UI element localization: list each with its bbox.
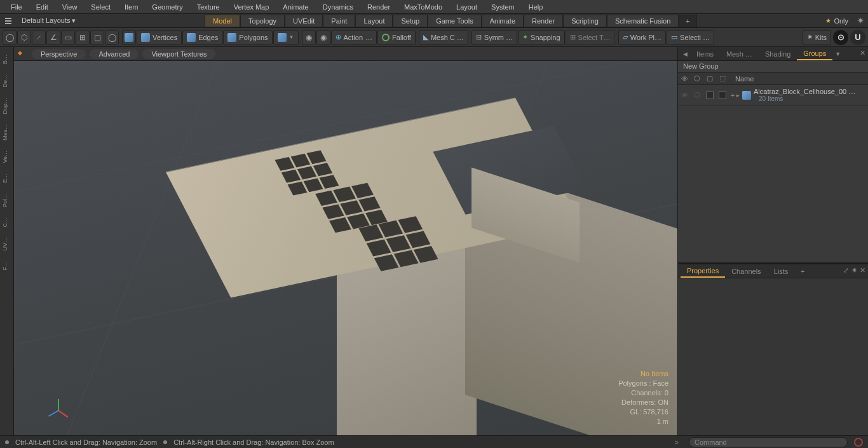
gear-icon-2[interactable]: ✷ [851,266,857,275]
tab-animate[interactable]: Animate [482,15,524,27]
select-through-button[interactable]: ⊞Select T… [566,31,615,44]
menu-vertexmap[interactable]: Vertex Map [227,1,276,13]
side-tab-6[interactable]: Pol… [0,188,13,212]
action-button[interactable]: ⊕Action… [331,31,377,44]
record-button[interactable] [854,438,863,447]
menu-select[interactable]: Select [84,1,118,13]
command-input[interactable]: Command [689,437,848,447]
menu-view[interactable]: View [55,1,85,13]
tool-sphere[interactable]: ◉ [302,31,316,44]
vp-tab-perspective[interactable]: Perspective [32,49,86,59]
expand-icon-2[interactable]: ⤢ [843,266,849,275]
side-tab-2[interactable]: Dup… [0,93,13,119]
tool-grid[interactable]: ⊞ [76,31,90,44]
props-tab-add[interactable]: + [794,266,811,277]
add-tab-button[interactable]: + [679,15,696,27]
side-tab-5[interactable]: E… [0,168,13,188]
rp-tab-groups[interactable]: Groups [797,48,832,60]
symmetry-button[interactable]: ⊟Symm … [471,31,517,44]
workplane-button[interactable]: ▱Work Pl… [618,31,666,44]
side-tab-9[interactable]: F… [0,256,13,276]
side-tab-0[interactable]: B… [0,50,13,69]
tool-angle[interactable]: ∠ [46,31,60,44]
side-tab-8[interactable]: UV… [0,232,13,256]
vertices-button[interactable]: Vertices [137,31,182,44]
item-eye-icon[interactable]: 👁 [678,92,691,99]
viewport-handle-icon[interactable]: ◆ [18,50,22,56]
kits-button[interactable]: ✷Kits [803,31,831,44]
axis-gizmo[interactable] [46,397,71,423]
tab-paint[interactable]: Paint [323,15,355,27]
solo-icon[interactable]: ⬚ [716,74,729,83]
props-tab-channels[interactable]: Channels [725,266,767,277]
chevron-down-icon[interactable]: ▼ [832,51,843,57]
tool-hex[interactable]: ⬡ [17,31,31,44]
tool-lasso[interactable]: ⟋ [32,31,46,44]
tool-circle-1[interactable]: ◯ [3,31,17,44]
tool-sphere-2[interactable]: ◉ [316,31,330,44]
snapping-button[interactable]: ✦Snapping [518,31,565,44]
menu-help[interactable]: Help [522,1,550,13]
expand-plus-icon[interactable]: + [729,92,736,99]
tab-uvedit[interactable]: UVEdit [285,15,323,27]
tab-schematic[interactable]: Schematic Fusion [607,15,679,27]
rp-tab-mesh[interactable]: Mesh … [720,48,759,60]
menu-texture[interactable]: Texture [190,1,227,13]
tool-rect[interactable]: ▭ [61,31,75,44]
gear-icon[interactable]: ✷ [857,16,864,25]
menu-render[interactable]: Render [360,1,397,13]
vp-tab-textures[interactable]: Viewport Textures [142,49,215,59]
props-tab-lists[interactable]: Lists [768,266,795,277]
mesh-constraint-button[interactable]: ◣Mesh C … [419,31,468,44]
side-tab-4[interactable]: Ve… [0,146,13,168]
tab-setup[interactable]: Setup [393,15,428,27]
menu-edit[interactable]: Edit [29,1,55,13]
menu-layout[interactable]: Layout [449,1,484,13]
props-tab-properties[interactable]: Properties [681,265,725,278]
menu-item[interactable]: Item [118,1,145,13]
side-tab-7[interactable]: C… [0,212,13,233]
select-icon[interactable]: ▢ [703,74,716,83]
rp-tab-shading[interactable]: Shading [759,48,797,60]
menu-animate[interactable]: Animate [276,1,315,13]
menu-system[interactable]: System [484,1,522,13]
tool-cube-icon[interactable] [122,31,136,44]
edges-button[interactable]: Edges [182,31,222,44]
menu-dynamics[interactable]: Dynamics [316,1,360,13]
menu-file[interactable]: File [4,1,29,13]
eye-icon[interactable]: 👁 [678,75,691,83]
tab-topology[interactable]: Topology [240,15,285,27]
rp-tab-items[interactable]: Items [690,48,720,60]
side-tab-1[interactable]: De… [0,69,13,93]
tool-circle-2[interactable]: ◯ [105,31,119,44]
tab-layout[interactable]: Layout [355,15,393,27]
tab-scripting[interactable]: Scripting [563,15,607,27]
hamburger-icon[interactable] [4,17,13,25]
only-toggle[interactable]: ★Only [820,16,853,26]
items-button[interactable]: ▼ [273,31,299,44]
unreal-icon-2[interactable]: U [850,30,865,45]
viewport-3d[interactable]: No Items Polygons : Face Channels: 0 Def… [14,61,677,435]
unreal-icon[interactable]: ⊙ [833,30,848,45]
new-group-button[interactable]: New Group [678,61,868,72]
lock-icon[interactable]: ⬡ [691,74,703,83]
menu-maxtomodo[interactable]: MaxToModo [397,1,449,13]
tab-gametools[interactable]: Game Tools [428,15,482,27]
close-icon-2[interactable]: ✕ [860,266,865,275]
polygons-button[interactable]: Polygons [223,31,272,44]
item-checkbox-2[interactable] [719,92,726,99]
vp-tab-advanced[interactable]: Advanced [90,49,139,59]
item-checkbox-1[interactable] [706,92,714,99]
panel-close-icon[interactable]: ✕ [860,49,865,57]
tab-model[interactable]: Model [205,15,240,27]
item-lock-icon[interactable]: ⬡ [691,91,703,99]
chevron-left-icon[interactable]: ◀ [681,51,690,57]
menu-geometry[interactable]: Geometry [145,1,189,13]
tool-square[interactable]: ▢ [90,31,104,44]
layout-dropdown[interactable]: Default Layouts ▾ [17,15,81,26]
selection-button[interactable]: ▭Selecti … [667,31,714,44]
falloff-button[interactable]: Falloff [377,31,416,44]
side-tab-3[interactable]: Mes… [0,119,13,146]
group-item-row[interactable]: 👁 ⬡ + ▸ Alcatraz_Block_Cellhouse_00 … 20… [678,85,868,105]
tab-render[interactable]: Render [524,15,563,27]
